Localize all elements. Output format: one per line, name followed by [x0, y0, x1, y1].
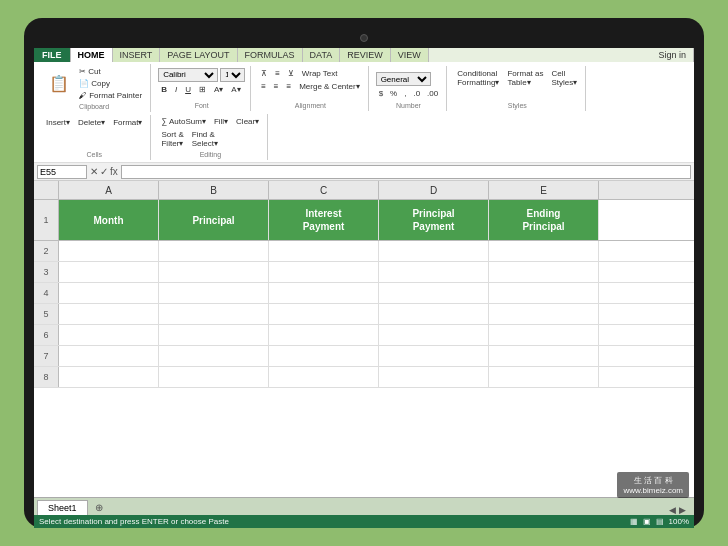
comma-style-button[interactable]: , [401, 88, 409, 99]
name-box[interactable] [37, 165, 87, 179]
cell-b5[interactable] [159, 304, 269, 324]
cell-e2[interactable] [489, 241, 599, 261]
view-page-break-button[interactable]: ▤ [656, 517, 664, 526]
col-header-d[interactable]: D [379, 181, 489, 199]
cell-a8[interactable] [59, 367, 159, 387]
cell-b3[interactable] [159, 262, 269, 282]
cell-b7[interactable] [159, 346, 269, 366]
paste-button[interactable]: 📋 [43, 72, 75, 95]
cell-e8[interactable] [489, 367, 599, 387]
col-header-a[interactable]: A [59, 181, 159, 199]
cell-e6[interactable] [489, 325, 599, 345]
cell-b6[interactable] [159, 325, 269, 345]
col-header-b[interactable]: B [159, 181, 269, 199]
tab-page-layout[interactable]: PAGE LAYOUT [160, 48, 237, 62]
cell-b2[interactable] [159, 241, 269, 261]
cell-b8[interactable] [159, 367, 269, 387]
cell-c2[interactable] [269, 241, 379, 261]
cell-c1[interactable]: InterestPayment [269, 200, 379, 240]
cell-d6[interactable] [379, 325, 489, 345]
increase-decimal-button[interactable]: .0 [410, 88, 423, 99]
align-middle-button[interactable]: ≡ [272, 68, 283, 79]
cell-b4[interactable] [159, 283, 269, 303]
delete-button[interactable]: Delete▾ [75, 117, 108, 128]
format-painter-button[interactable]: 🖌 Format Painter [76, 90, 145, 101]
cell-a3[interactable] [59, 262, 159, 282]
cell-a1[interactable]: Month [59, 200, 159, 240]
tab-review[interactable]: REVIEW [340, 48, 391, 62]
cell-d7[interactable] [379, 346, 489, 366]
find-select-button[interactable]: Find &Select▾ [189, 129, 221, 149]
percent-button[interactable]: $ [376, 88, 386, 99]
sheet-tab-1[interactable]: Sheet1 [37, 500, 88, 515]
cell-c3[interactable] [269, 262, 379, 282]
align-left-button[interactable]: ≡ [258, 81, 269, 92]
cell-styles-button[interactable]: CellStyles▾ [548, 68, 580, 88]
font-color-button[interactable]: A▾ [228, 84, 243, 95]
tab-insert[interactable]: INSERT [113, 48, 161, 62]
cell-d8[interactable] [379, 367, 489, 387]
format-table-button[interactable]: Format asTable▾ [504, 68, 546, 88]
cell-d2[interactable] [379, 241, 489, 261]
tab-file[interactable]: FILE [34, 48, 71, 62]
cell-e1[interactable]: EndingPrincipal [489, 200, 599, 240]
cell-e5[interactable] [489, 304, 599, 324]
view-layout-button[interactable]: ▣ [643, 517, 651, 526]
cell-d5[interactable] [379, 304, 489, 324]
cell-c5[interactable] [269, 304, 379, 324]
add-sheet-button[interactable]: ⊕ [90, 500, 108, 515]
align-center-button[interactable]: ≡ [271, 81, 282, 92]
align-bottom-button[interactable]: ⊻ [285, 68, 297, 79]
merge-center-button[interactable]: Merge & Center▾ [296, 81, 362, 92]
cell-e4[interactable] [489, 283, 599, 303]
cell-c7[interactable] [269, 346, 379, 366]
wrap-text-button[interactable]: Wrap Text [299, 68, 341, 79]
cut-button[interactable]: ✂ Cut [76, 66, 145, 77]
col-header-e[interactable]: E [489, 181, 599, 199]
formula-fx[interactable]: fx [110, 166, 118, 177]
cell-c4[interactable] [269, 283, 379, 303]
cell-c6[interactable] [269, 325, 379, 345]
cell-a6[interactable] [59, 325, 159, 345]
clear-button[interactable]: Clear▾ [233, 116, 262, 127]
cell-b1[interactable]: Principal [159, 200, 269, 240]
tab-view[interactable]: VIEW [391, 48, 429, 62]
comma-button[interactable]: % [387, 88, 400, 99]
formula-cancel[interactable]: ✕ [90, 166, 98, 177]
decrease-decimal-button[interactable]: .00 [424, 88, 441, 99]
cell-d4[interactable] [379, 283, 489, 303]
view-normal-button[interactable]: ▦ [630, 517, 638, 526]
sort-filter-button[interactable]: Sort &Filter▾ [158, 129, 186, 149]
autosum-button[interactable]: ∑ AutoSum▾ [158, 116, 208, 127]
align-right-button[interactable]: ≡ [283, 81, 294, 92]
fill-button[interactable]: Fill▾ [211, 116, 231, 127]
cell-e7[interactable] [489, 346, 599, 366]
tab-data[interactable]: DATA [303, 48, 341, 62]
align-top-button[interactable]: ⊼ [258, 68, 270, 79]
format-button[interactable]: Format▾ [110, 117, 145, 128]
bold-button[interactable]: B [158, 84, 170, 95]
cell-a4[interactable] [59, 283, 159, 303]
cell-a7[interactable] [59, 346, 159, 366]
underline-button[interactable]: U [182, 84, 194, 95]
cell-d1[interactable]: PrincipalPayment [379, 200, 489, 240]
border-button[interactable]: ⊞ [196, 84, 209, 95]
scroll-right-button[interactable]: ▶ [679, 505, 686, 515]
number-format-select[interactable]: General [376, 72, 431, 86]
font-size-select[interactable]: 11 [220, 68, 245, 82]
font-name-select[interactable]: Calibri [158, 68, 218, 82]
formula-confirm[interactable]: ✓ [100, 166, 108, 177]
sign-in-button[interactable]: Sign in [651, 48, 694, 62]
col-header-c[interactable]: C [269, 181, 379, 199]
cell-a5[interactable] [59, 304, 159, 324]
scroll-left-button[interactable]: ◀ [669, 505, 676, 515]
copy-button[interactable]: 📄 Copy [76, 78, 145, 89]
italic-button[interactable]: I [172, 84, 180, 95]
cell-c8[interactable] [269, 367, 379, 387]
formula-input[interactable] [121, 165, 691, 179]
insert-button[interactable]: Insert▾ [43, 117, 73, 128]
tab-home[interactable]: HOME [71, 48, 113, 62]
cell-a2[interactable] [59, 241, 159, 261]
cell-d3[interactable] [379, 262, 489, 282]
cell-e3[interactable] [489, 262, 599, 282]
